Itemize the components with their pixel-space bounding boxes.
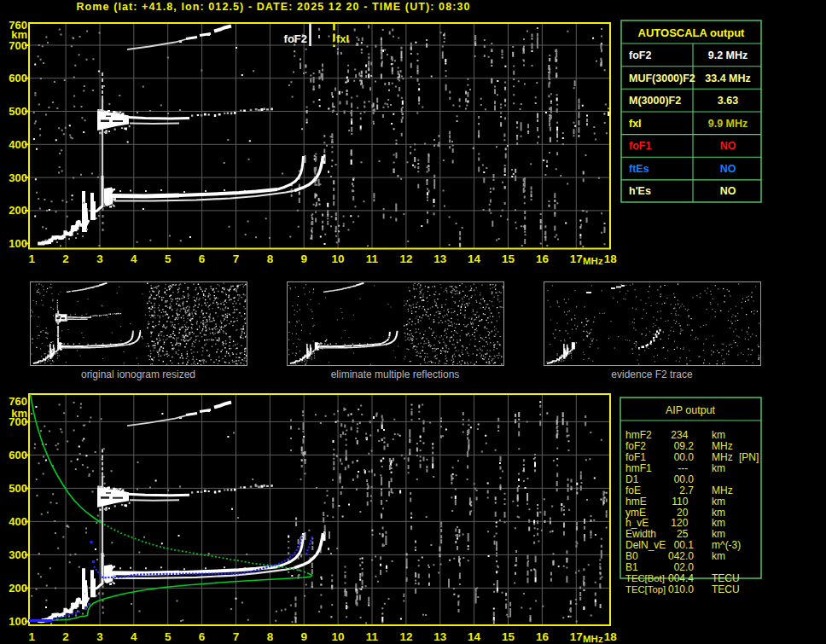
svg-text:ftEs: ftEs bbox=[629, 163, 649, 175]
svg-text:m^(-3): m^(-3) bbox=[712, 539, 741, 551]
svg-text:3: 3 bbox=[96, 630, 103, 643]
svg-text:8: 8 bbox=[267, 630, 274, 643]
svg-text:km: km bbox=[712, 507, 725, 519]
svg-text:13: 13 bbox=[433, 630, 447, 643]
svg-text:200: 200 bbox=[9, 204, 27, 217]
svg-text:600: 600 bbox=[9, 449, 27, 461]
svg-text:700: 700 bbox=[9, 415, 27, 428]
svg-text:4: 4 bbox=[131, 630, 137, 643]
svg-text:---: --- bbox=[678, 462, 694, 474]
svg-text:760: 760 bbox=[9, 395, 27, 408]
svg-text:100: 100 bbox=[9, 615, 27, 628]
svg-text:200: 200 bbox=[9, 582, 27, 595]
svg-text:4: 4 bbox=[131, 252, 137, 265]
svg-text:[PN]: [PN] bbox=[739, 451, 759, 463]
svg-text:7: 7 bbox=[233, 252, 240, 265]
svg-text:TEC[Bot]: TEC[Bot] bbox=[625, 573, 665, 583]
svg-text:NO: NO bbox=[720, 140, 736, 152]
svg-text:MHz: MHz bbox=[712, 484, 733, 496]
svg-text:9: 9 bbox=[300, 252, 307, 265]
svg-text:km: km bbox=[712, 550, 725, 562]
svg-text:hmE: hmE bbox=[625, 496, 647, 508]
svg-text:2: 2 bbox=[62, 252, 69, 265]
svg-text:010.0: 010.0 bbox=[668, 583, 694, 595]
svg-text:12: 12 bbox=[399, 630, 412, 643]
svg-text:MUF(3000)F2: MUF(3000)F2 bbox=[629, 73, 695, 84]
svg-text:9.9 MHz: 9.9 MHz bbox=[708, 118, 748, 130]
svg-text:eliminate multiple reflections: eliminate multiple reflections bbox=[331, 368, 460, 380]
svg-text:DelN_vE: DelN_vE bbox=[625, 539, 666, 551]
svg-text:fxI: fxI bbox=[336, 32, 349, 45]
svg-text:10: 10 bbox=[332, 252, 345, 265]
svg-text:234: 234 bbox=[671, 429, 694, 441]
svg-text:09.2: 09.2 bbox=[674, 440, 695, 452]
svg-text:MHz: MHz bbox=[712, 451, 733, 463]
svg-text:MHz: MHz bbox=[712, 440, 733, 452]
svg-text:6: 6 bbox=[199, 630, 206, 643]
svg-text:M(3000)F2: M(3000)F2 bbox=[629, 95, 681, 107]
svg-text:km: km bbox=[712, 517, 725, 529]
svg-text:13: 13 bbox=[433, 252, 447, 265]
svg-text:foF1: foF1 bbox=[625, 451, 646, 463]
svg-text:042.0: 042.0 bbox=[668, 550, 694, 562]
svg-text:500: 500 bbox=[9, 482, 27, 495]
svg-text:km: km bbox=[712, 462, 725, 474]
svg-text:7: 7 bbox=[233, 630, 240, 643]
svg-text:12: 12 bbox=[399, 252, 412, 265]
svg-text:17: 17 bbox=[570, 252, 583, 265]
svg-text:km: km bbox=[712, 496, 725, 508]
svg-text:NO: NO bbox=[720, 163, 736, 175]
svg-text:15: 15 bbox=[502, 252, 515, 265]
svg-text:TECU: TECU bbox=[712, 583, 740, 595]
svg-text:MHz: MHz bbox=[583, 634, 603, 644]
svg-text:3.63: 3.63 bbox=[718, 95, 738, 107]
svg-text:16: 16 bbox=[536, 252, 550, 265]
svg-text:original ionogram resized: original ionogram resized bbox=[81, 368, 195, 380]
svg-text:11: 11 bbox=[366, 630, 379, 643]
svg-text:004.4: 004.4 bbox=[668, 572, 694, 584]
svg-text:20: 20 bbox=[677, 507, 694, 519]
svg-text:110: 110 bbox=[672, 496, 694, 508]
svg-text:foE: foE bbox=[625, 484, 641, 496]
svg-text:500: 500 bbox=[9, 105, 27, 118]
svg-text:h'Es: h'Es bbox=[629, 185, 651, 197]
svg-text:km: km bbox=[712, 429, 725, 441]
svg-text:02.0: 02.0 bbox=[674, 561, 695, 573]
svg-text:B0: B0 bbox=[625, 550, 638, 562]
svg-text:15: 15 bbox=[502, 630, 515, 643]
svg-text:14: 14 bbox=[468, 252, 481, 265]
svg-text:25: 25 bbox=[677, 528, 694, 540]
svg-text:AIP output: AIP output bbox=[666, 404, 716, 416]
svg-text:D1: D1 bbox=[625, 473, 639, 485]
svg-text:600: 600 bbox=[9, 72, 27, 84]
svg-text:00.1: 00.1 bbox=[674, 539, 695, 551]
svg-text:00.0: 00.0 bbox=[674, 451, 695, 463]
svg-text:3: 3 bbox=[96, 252, 103, 265]
svg-text:120: 120 bbox=[671, 517, 694, 529]
svg-text:foF2: foF2 bbox=[629, 49, 651, 61]
svg-text:1: 1 bbox=[28, 630, 35, 643]
svg-text:9.2 MHz: 9.2 MHz bbox=[708, 49, 748, 61]
svg-text:h_vE: h_vE bbox=[625, 517, 649, 529]
svg-text:17: 17 bbox=[570, 630, 583, 643]
svg-text:33.4 MHz: 33.4 MHz bbox=[705, 73, 751, 84]
svg-text:evidence F2 trace: evidence F2 trace bbox=[611, 368, 693, 380]
svg-text:B1: B1 bbox=[625, 561, 638, 573]
svg-text:km: km bbox=[712, 528, 725, 540]
svg-text:hmF1: hmF1 bbox=[625, 462, 652, 474]
svg-text:TEC[Top]: TEC[Top] bbox=[625, 584, 666, 595]
svg-text:8: 8 bbox=[267, 252, 274, 265]
svg-text:5: 5 bbox=[165, 252, 172, 265]
svg-text:2.7: 2.7 bbox=[679, 484, 694, 496]
svg-text:5: 5 bbox=[165, 630, 172, 643]
svg-text:100: 100 bbox=[9, 237, 27, 250]
svg-text:fxI: fxI bbox=[629, 118, 642, 130]
svg-text:1: 1 bbox=[28, 252, 35, 265]
svg-text:400: 400 bbox=[9, 138, 27, 151]
svg-text:700: 700 bbox=[9, 39, 27, 52]
svg-text:11: 11 bbox=[366, 252, 379, 265]
svg-text:hmF2: hmF2 bbox=[625, 429, 652, 441]
svg-text:NO: NO bbox=[720, 185, 736, 197]
svg-text:300: 300 bbox=[9, 171, 27, 184]
svg-text:Ewidth: Ewidth bbox=[625, 528, 656, 540]
